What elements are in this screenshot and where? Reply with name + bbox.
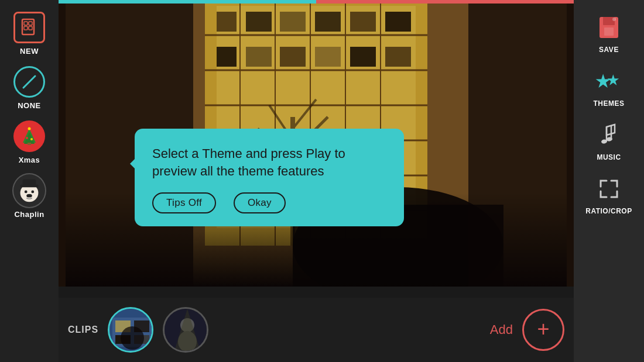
right-item-ratio-crop[interactable]: RATIO/CROP bbox=[585, 173, 632, 215]
right-item-music[interactable]: MUSIC bbox=[593, 119, 625, 161]
add-label: Add bbox=[490, 322, 513, 337]
chaplin-icon bbox=[12, 173, 46, 208]
right-sidebar: SAVE ★ ★ THEMES MUSIC bbox=[574, 0, 644, 362]
svg-rect-42 bbox=[350, 47, 376, 67]
ratio-crop-icon bbox=[593, 173, 625, 205]
save-icon bbox=[593, 12, 625, 43]
clips-label: CLIPS bbox=[68, 325, 98, 335]
svg-rect-57 bbox=[567, 0, 574, 287]
add-clip-button[interactable]: + bbox=[522, 309, 564, 351]
svg-rect-33 bbox=[246, 12, 272, 32]
themes-label: THEMES bbox=[593, 99, 624, 108]
xmas-icon bbox=[13, 120, 45, 152]
right-item-save[interactable]: SAVE bbox=[593, 12, 625, 54]
left-sidebar: NEW NONE bbox=[0, 0, 59, 362]
svg-rect-13 bbox=[22, 180, 36, 185]
svg-rect-1 bbox=[24, 22, 28, 25]
tips-off-button[interactable]: Tips Off bbox=[152, 192, 216, 213]
svg-rect-34 bbox=[280, 12, 306, 32]
svg-point-10 bbox=[26, 137, 28, 139]
svg-rect-8 bbox=[28, 143, 31, 145]
svg-line-5 bbox=[23, 76, 35, 88]
sidebar-item-none[interactable]: NONE bbox=[12, 65, 46, 110]
clips-bar: CLIPS Add + bbox=[59, 298, 574, 362]
sidebar-item-chaplin[interactable]: Chaplin bbox=[12, 174, 46, 219]
svg-rect-36 bbox=[350, 12, 376, 32]
new-icon bbox=[13, 12, 45, 43]
svg-point-16 bbox=[31, 191, 34, 194]
svg-rect-41 bbox=[315, 47, 341, 67]
video-preview: Select a Theme and press Play to preview… bbox=[59, 0, 574, 287]
add-icon: + bbox=[537, 319, 549, 340]
music-label: MUSIC bbox=[597, 153, 621, 161]
svg-point-15 bbox=[25, 191, 28, 194]
tooltip-text: Select a Theme and press Play to preview… bbox=[152, 145, 386, 180]
svg-rect-40 bbox=[280, 47, 306, 67]
svg-point-64 bbox=[121, 326, 144, 350]
clip-thumbnail-2[interactable] bbox=[163, 307, 208, 353]
clip-thumbnail-1[interactable] bbox=[108, 307, 153, 353]
save-label: SAVE bbox=[599, 46, 619, 54]
music-icon bbox=[593, 119, 625, 151]
svg-point-17 bbox=[26, 194, 32, 198]
svg-point-72 bbox=[612, 18, 616, 21]
svg-rect-32 bbox=[217, 12, 237, 32]
svg-rect-39 bbox=[246, 47, 272, 67]
svg-rect-38 bbox=[217, 47, 237, 67]
themes-icon: ★ ★ bbox=[593, 65, 625, 97]
svg-text:★: ★ bbox=[607, 73, 619, 88]
sidebar-item-none-label: NONE bbox=[18, 101, 41, 110]
svg-rect-71 bbox=[604, 27, 614, 36]
svg-rect-4 bbox=[29, 26, 32, 30]
svg-rect-35 bbox=[315, 12, 341, 32]
tooltip-buttons: Tips Off Okay bbox=[152, 192, 386, 213]
svg-rect-3 bbox=[24, 26, 28, 30]
sidebar-item-xmas-label: Xmas bbox=[19, 156, 40, 164]
svg-rect-56 bbox=[59, 0, 66, 287]
ratio-crop-label: RATIO/CROP bbox=[585, 207, 632, 215]
svg-rect-43 bbox=[385, 47, 411, 67]
svg-rect-37 bbox=[385, 12, 411, 32]
svg-rect-55 bbox=[468, 0, 574, 287]
tooltip-dialog: Select a Theme and press Play to preview… bbox=[135, 129, 404, 226]
right-item-themes[interactable]: ★ ★ THEMES bbox=[593, 65, 625, 108]
svg-point-11 bbox=[30, 138, 33, 140]
top-accent-bar bbox=[59, 0, 574, 4]
svg-point-9 bbox=[28, 127, 31, 130]
sidebar-item-xmas[interactable]: Xmas bbox=[12, 119, 46, 164]
svg-rect-14 bbox=[20, 184, 39, 187]
sidebar-item-new-label: NEW bbox=[20, 47, 39, 56]
svg-rect-2 bbox=[29, 22, 32, 25]
sidebar-item-chaplin-label: Chaplin bbox=[14, 210, 44, 219]
none-icon bbox=[13, 66, 45, 98]
sidebar-item-new[interactable]: NEW bbox=[12, 11, 46, 56]
okay-button[interactable]: Okay bbox=[234, 192, 286, 213]
